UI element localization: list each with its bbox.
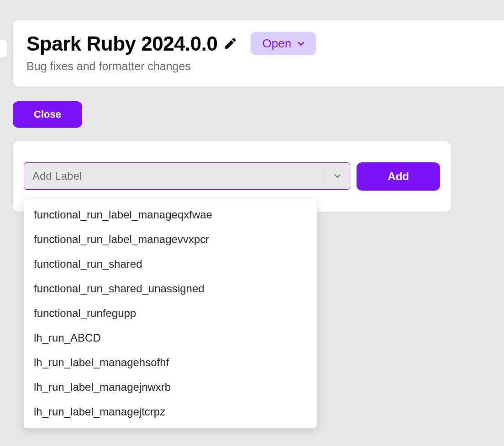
dropdown-item[interactable]: functional_run_shared	[24, 252, 317, 276]
label-combobox[interactable]	[24, 162, 350, 190]
dropdown-item[interactable]: lh_run_label_managejtcrpz	[24, 399, 317, 424]
edit-icon[interactable]	[224, 38, 236, 50]
close-button[interactable]: Close	[13, 101, 82, 128]
dropdown-item[interactable]: functional_runfegupp	[24, 301, 317, 326]
label-dropdown-menu: functional_run_label_manageqxfwaefunctio…	[24, 199, 317, 428]
title-row: Spark Ruby 2024.0.0 Open	[26, 32, 490, 55]
header-card: Spark Ruby 2024.0.0 Open Bug fixes and f…	[13, 20, 504, 87]
dropdown-item[interactable]: lh_run_label_managejnwxrb	[24, 375, 317, 399]
dropdown-item[interactable]: lh_run_ABCD	[24, 326, 317, 350]
left-edge-tab	[0, 40, 7, 57]
page-title: Spark Ruby 2024.0.0	[26, 32, 218, 55]
status-badge[interactable]: Open	[251, 32, 316, 55]
label-row: Add	[24, 162, 440, 191]
dropdown-item[interactable]: functional_run_label_managevvxpcr	[24, 227, 317, 252]
combobox-toggle[interactable]	[325, 163, 350, 189]
dropdown-item[interactable]: functional_run_shared_unassigned	[24, 276, 317, 301]
dropdown-item[interactable]: lh_run_label_managehsofhf	[24, 350, 317, 375]
chevron-down-icon	[332, 171, 342, 181]
add-button[interactable]: Add	[357, 162, 440, 191]
page-subtitle: Bug fixes and formatter changes	[26, 60, 490, 73]
label-input[interactable]	[32, 163, 325, 189]
chevron-down-icon	[296, 39, 306, 49]
dropdown-item[interactable]: functional_run_label_manageqxfwae	[24, 202, 317, 227]
status-badge-label: Open	[262, 36, 292, 51]
